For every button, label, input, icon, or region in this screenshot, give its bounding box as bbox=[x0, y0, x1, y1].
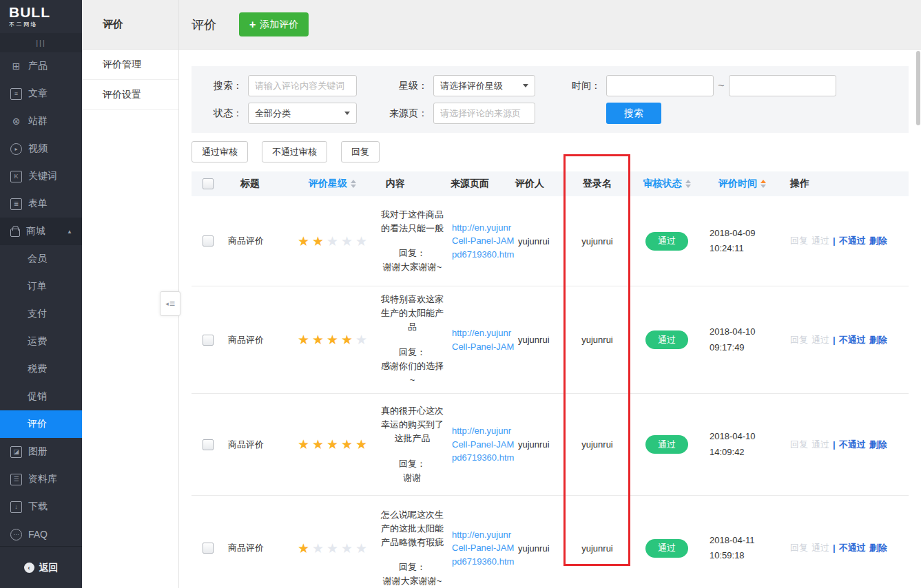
action-reject-link[interactable]: 不通过 bbox=[839, 335, 866, 345]
source-page-input[interactable] bbox=[433, 103, 535, 124]
source-page-link[interactable]: http://en.yujunrCell-Panel-JAMpd6719360.… bbox=[452, 221, 515, 262]
bulk-reply-button[interactable]: 回复 bbox=[341, 141, 380, 162]
sidebar-item-videos[interactable]: ▸视频 bbox=[0, 135, 82, 162]
sidebar-item-keywords[interactable]: K关键词 bbox=[0, 162, 82, 190]
column-header-label: 来源页面 bbox=[451, 178, 489, 190]
sidebar-item-label: 评价 bbox=[28, 418, 47, 430]
sidebar-item-label: 关键词 bbox=[28, 170, 57, 182]
star-filter-select[interactable]: 请选择评价星级 bbox=[433, 75, 535, 96]
action-delete-link[interactable]: 删除 bbox=[869, 235, 887, 246]
back-label: 返回 bbox=[39, 562, 59, 574]
sidebar-item-label: 产品 bbox=[28, 60, 48, 72]
search-input[interactable] bbox=[248, 75, 357, 96]
sidebar-item-label: 表单 bbox=[28, 198, 48, 210]
action-delete-link[interactable]: 删除 bbox=[869, 439, 887, 450]
sidebar-item-articles[interactable]: ≡文章 bbox=[0, 80, 82, 107]
time-to-input[interactable] bbox=[729, 75, 836, 96]
page-title: 评价 bbox=[192, 17, 216, 33]
add-review-label: 添加评价 bbox=[260, 19, 298, 31]
action-reject-link[interactable]: 不通过 bbox=[839, 235, 866, 246]
star-filled-icon: ★ bbox=[341, 333, 353, 346]
sidebar-item-gallery[interactable]: ◪图册 bbox=[0, 438, 82, 465]
star-empty-icon: ★ bbox=[327, 542, 338, 555]
sidebar-item-mall[interactable]: 商城▲ bbox=[0, 218, 82, 245]
source-link-line: http://en.yujunr bbox=[452, 424, 515, 438]
status-badge: 通过 bbox=[645, 435, 688, 454]
sidebar-item-tax[interactable]: 税费 bbox=[0, 355, 82, 383]
sidebar-item-sites[interactable]: ⊛站群 bbox=[0, 107, 82, 135]
sidebar-item-members[interactable]: 会员 bbox=[0, 245, 82, 273]
row-checkbox[interactable] bbox=[203, 543, 214, 554]
sidebar-item-faq[interactable]: ⋯FAQ bbox=[0, 521, 82, 548]
sidebar-item-promotion[interactable]: 促销 bbox=[0, 383, 82, 410]
star-filter-value: 请选择评价星级 bbox=[440, 80, 503, 92]
sidebar-collapse-handle-icon[interactable]: ||| bbox=[0, 33, 82, 52]
sort-carets-icon[interactable] bbox=[760, 180, 766, 188]
chevron-up-icon: ▲ bbox=[67, 229, 72, 235]
logo[interactable]: BULL 不二网络 bbox=[0, 0, 82, 33]
star-empty-icon: ★ bbox=[341, 235, 353, 248]
row-checkbox[interactable] bbox=[203, 335, 214, 346]
source-page-link[interactable]: http://en.yujunrCell-Panel-JAM bbox=[452, 326, 515, 353]
search-button[interactable]: 搜索 bbox=[606, 103, 661, 124]
sidebar-item-label: 运费 bbox=[28, 335, 47, 348]
column-header-label: 评价人 bbox=[515, 178, 544, 190]
bulk-approve-button[interactable]: 通过审核 bbox=[192, 141, 248, 162]
star-empty-icon: ★ bbox=[355, 235, 367, 248]
column-header-reviewer: 评价人 bbox=[515, 171, 563, 196]
action-separator: | bbox=[833, 335, 836, 345]
action-delete-link[interactable]: 删除 bbox=[869, 335, 887, 345]
review-text: 怎么说呢这次生产的这批太阳能产品略微有瑕疵 bbox=[380, 508, 446, 549]
add-review-button[interactable]: + 添加评价 bbox=[239, 12, 309, 36]
sidebar-item-forms[interactable]: ≣表单 bbox=[0, 190, 82, 218]
row-title: 商品评价 bbox=[224, 235, 289, 247]
chevron-down-icon bbox=[344, 112, 350, 115]
star-empty-icon: ★ bbox=[355, 333, 367, 346]
panel-collapse-button[interactable]: ◂ ≡ bbox=[160, 291, 180, 316]
table-row: 商品评价★★★★★真的很开心这次幸运的购买到了这批产品回复：谢谢http://e… bbox=[192, 394, 909, 496]
column-header-time[interactable]: 评价时间 bbox=[703, 171, 782, 196]
bulk-reject-button[interactable]: 不通过审核 bbox=[262, 141, 327, 162]
scrollbar-thumb[interactable] bbox=[916, 51, 920, 125]
sort-asc-icon bbox=[685, 180, 691, 183]
sort-asc-icon bbox=[760, 180, 766, 183]
main-header: 评价 + 添加评价 bbox=[179, 0, 921, 50]
row-checkbox[interactable] bbox=[203, 439, 214, 450]
action-reject-link[interactable]: 不通过 bbox=[839, 439, 866, 450]
row-checkbox[interactable] bbox=[203, 235, 214, 246]
star-filled-icon: ★ bbox=[298, 438, 309, 451]
subnav-item-manage[interactable]: 评价管理 bbox=[82, 50, 178, 80]
sidebar-item-back[interactable]: ‹ 返回 bbox=[0, 546, 82, 588]
table-row: 商品评价★★★★★我特别喜欢这家生产的太阳能产品回复：感谢你们的选择~http:… bbox=[192, 286, 909, 394]
source-page-link[interactable]: http://en.yujunrCell-Panel-JAMpd6719360.… bbox=[452, 528, 515, 569]
sidebar-item-payment[interactable]: 支付 bbox=[0, 300, 82, 328]
sidebar-item-label: 订单 bbox=[28, 280, 47, 293]
row-actions: 回复通过|不通过删除 bbox=[790, 334, 909, 346]
sidebar-item-library[interactable]: ☰资料库 bbox=[0, 465, 82, 493]
sort-carets-icon[interactable] bbox=[351, 180, 356, 188]
source-page-link[interactable]: http://en.yujunrCell-Panel-JAMpd6719360.… bbox=[452, 424, 515, 465]
reply-text: 谢谢 bbox=[380, 471, 446, 485]
sidebar-item-shipping[interactable]: 运费 bbox=[0, 328, 82, 355]
time-from-input[interactable] bbox=[606, 75, 714, 96]
sidebar-item-products[interactable]: ⊞产品 bbox=[0, 52, 82, 80]
action-delete-link[interactable]: 删除 bbox=[869, 543, 887, 553]
sidebar-item-download[interactable]: ↓下载 bbox=[0, 493, 82, 521]
sidebar-item-reviews[interactable]: 评价 bbox=[0, 410, 82, 438]
status-filter-select[interactable]: 全部分类 bbox=[248, 103, 357, 124]
column-header-stars[interactable]: 评价星级 bbox=[289, 171, 375, 196]
sort-carets-icon[interactable] bbox=[685, 180, 691, 188]
sidebar-item-orders[interactable]: 订单 bbox=[0, 273, 82, 300]
time-filter-label: 时间： bbox=[535, 80, 606, 92]
select-all-checkbox[interactable] bbox=[203, 178, 214, 189]
column-header-label: 登录名 bbox=[583, 178, 612, 190]
review-text: 我特别喜欢这家生产的太阳能产品 bbox=[380, 293, 446, 334]
review-text: 真的很开心这次幸运的购买到了这批产品 bbox=[380, 404, 446, 445]
action-reject-link[interactable]: 不通过 bbox=[839, 543, 866, 553]
subnav-item-settings[interactable]: 评价设置 bbox=[82, 80, 178, 110]
column-header-label: 内容 bbox=[386, 178, 405, 190]
sidebar-item-label: 促销 bbox=[28, 390, 47, 403]
source-link-line: http://en.yujunr bbox=[452, 528, 515, 542]
column-header-status[interactable]: 审核状态 bbox=[631, 171, 703, 196]
review-time: 2018-04-0910:24:11 bbox=[710, 226, 782, 256]
